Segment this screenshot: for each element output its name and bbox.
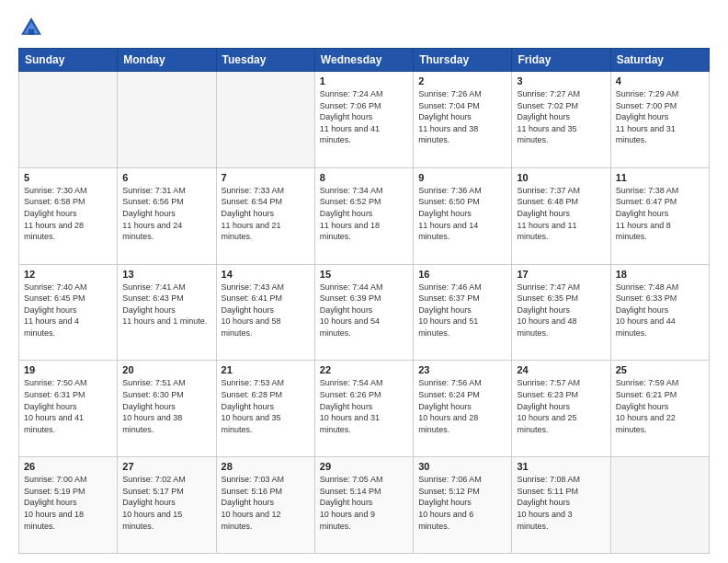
day-number: 11 (616, 172, 704, 183)
day-number: 8 (320, 172, 408, 183)
day-info: Sunrise: 7:26 AMSunset: 7:04 PMDaylight … (418, 88, 506, 146)
calendar-cell: 28Sunrise: 7:03 AMSunset: 5:16 PMDayligh… (216, 457, 314, 554)
day-info: Sunrise: 7:46 AMSunset: 6:37 PMDaylight … (418, 282, 506, 339)
calendar-week-4: 26Sunrise: 7:00 AMSunset: 5:19 PMDayligh… (19, 457, 710, 554)
day-info: Sunrise: 7:44 AMSunset: 6:39 PMDaylight … (320, 282, 408, 339)
day-number: 20 (122, 364, 210, 375)
calendar-cell: 29Sunrise: 7:05 AMSunset: 5:14 PMDayligh… (314, 457, 413, 554)
calendar-cell: 10Sunrise: 7:37 AMSunset: 6:48 PMDayligh… (512, 167, 610, 264)
svg-rect-2 (28, 29, 34, 35)
calendar-cell: 30Sunrise: 7:06 AMSunset: 5:12 PMDayligh… (414, 457, 512, 554)
header (18, 15, 710, 40)
day-info: Sunrise: 7:27 AMSunset: 7:02 PMDaylight … (517, 88, 605, 146)
day-info: Sunrise: 7:03 AMSunset: 5:16 PMDaylight … (222, 474, 310, 532)
day-number: 28 (222, 461, 310, 472)
day-info: Sunrise: 7:06 AMSunset: 5:12 PMDaylight … (418, 474, 506, 532)
day-number: 27 (122, 461, 210, 472)
calendar-cell (19, 72, 118, 168)
calendar-cell: 20Sunrise: 7:51 AMSunset: 6:30 PMDayligh… (118, 361, 216, 457)
calendar-cell: 17Sunrise: 7:47 AMSunset: 6:35 PMDayligh… (512, 264, 610, 361)
calendar-cell: 27Sunrise: 7:02 AMSunset: 5:17 PMDayligh… (118, 457, 216, 554)
day-number: 4 (616, 75, 704, 86)
calendar-cell: 1Sunrise: 7:24 AMSunset: 7:06 PMDaylight… (314, 72, 413, 168)
day-number: 18 (616, 269, 704, 280)
weekday-header-monday: Monday (118, 49, 216, 72)
day-info: Sunrise: 7:34 AMSunset: 6:52 PMDaylight … (320, 185, 408, 243)
day-info: Sunrise: 7:31 AMSunset: 6:56 PMDaylight … (122, 185, 210, 243)
calendar-cell: 22Sunrise: 7:54 AMSunset: 6:26 PMDayligh… (314, 361, 413, 457)
page: SundayMondayTuesdayWednesdayThursdayFrid… (0, 0, 728, 563)
day-info: Sunrise: 7:02 AMSunset: 5:17 PMDaylight … (122, 474, 210, 532)
day-number: 22 (320, 364, 408, 375)
day-number: 7 (222, 172, 310, 183)
day-number: 2 (418, 75, 506, 86)
day-info: Sunrise: 7:43 AMSunset: 6:41 PMDaylight … (222, 282, 310, 339)
day-info: Sunrise: 7:29 AMSunset: 7:00 PMDaylight … (616, 88, 704, 146)
day-number: 26 (24, 461, 112, 472)
day-info: Sunrise: 7:48 AMSunset: 6:33 PMDaylight … (616, 282, 704, 339)
day-info: Sunrise: 7:51 AMSunset: 6:30 PMDaylight … (122, 377, 210, 435)
day-number: 13 (122, 269, 210, 280)
calendar-cell (610, 457, 709, 554)
day-info: Sunrise: 7:54 AMSunset: 6:26 PMDaylight … (320, 377, 408, 435)
calendar-week-0: 1Sunrise: 7:24 AMSunset: 7:06 PMDaylight… (19, 72, 710, 168)
weekday-header-sunday: Sunday (19, 49, 118, 72)
calendar-cell: 26Sunrise: 7:00 AMSunset: 5:19 PMDayligh… (19, 457, 118, 554)
calendar-cell: 23Sunrise: 7:56 AMSunset: 6:24 PMDayligh… (414, 361, 512, 457)
calendar-cell: 15Sunrise: 7:44 AMSunset: 6:39 PMDayligh… (314, 264, 413, 361)
day-info: Sunrise: 7:41 AMSunset: 6:43 PMDaylight … (122, 282, 210, 327)
calendar-cell: 25Sunrise: 7:59 AMSunset: 6:21 PMDayligh… (610, 361, 709, 457)
day-info: Sunrise: 7:36 AMSunset: 6:50 PMDaylight … (418, 185, 506, 243)
weekday-header-wednesday: Wednesday (314, 49, 413, 72)
day-number: 12 (24, 269, 112, 280)
day-number: 3 (517, 75, 605, 86)
day-number: 16 (418, 269, 506, 280)
day-number: 9 (418, 172, 506, 183)
day-number: 15 (320, 269, 408, 280)
weekday-header-row: SundayMondayTuesdayWednesdayThursdayFrid… (19, 49, 710, 72)
calendar-cell: 14Sunrise: 7:43 AMSunset: 6:41 PMDayligh… (216, 264, 314, 361)
day-number: 30 (418, 461, 506, 472)
weekday-header-friday: Friday (512, 49, 610, 72)
calendar-cell: 4Sunrise: 7:29 AMSunset: 7:00 PMDaylight… (610, 72, 709, 168)
day-info: Sunrise: 7:53 AMSunset: 6:28 PMDaylight … (222, 377, 310, 435)
day-number: 19 (24, 364, 112, 375)
calendar-cell: 12Sunrise: 7:40 AMSunset: 6:45 PMDayligh… (19, 264, 118, 361)
calendar-cell: 3Sunrise: 7:27 AMSunset: 7:02 PMDaylight… (512, 72, 610, 168)
calendar-week-2: 12Sunrise: 7:40 AMSunset: 6:45 PMDayligh… (19, 264, 710, 361)
calendar-cell: 16Sunrise: 7:46 AMSunset: 6:37 PMDayligh… (414, 264, 512, 361)
calendar-cell: 19Sunrise: 7:50 AMSunset: 6:31 PMDayligh… (19, 361, 118, 457)
day-info: Sunrise: 7:50 AMSunset: 6:31 PMDaylight … (24, 377, 112, 435)
day-info: Sunrise: 7:56 AMSunset: 6:24 PMDaylight … (418, 377, 506, 435)
day-info: Sunrise: 7:05 AMSunset: 5:14 PMDaylight … (320, 474, 408, 532)
day-number: 14 (222, 269, 310, 280)
day-info: Sunrise: 7:24 AMSunset: 7:06 PMDaylight … (320, 88, 408, 146)
day-number: 5 (24, 172, 112, 183)
day-number: 25 (616, 364, 704, 375)
day-info: Sunrise: 7:47 AMSunset: 6:35 PMDaylight … (517, 282, 605, 339)
calendar-week-1: 5Sunrise: 7:30 AMSunset: 6:58 PMDaylight… (19, 167, 710, 264)
calendar-cell: 8Sunrise: 7:34 AMSunset: 6:52 PMDaylight… (314, 167, 413, 264)
day-info: Sunrise: 7:57 AMSunset: 6:23 PMDaylight … (517, 377, 605, 435)
calendar-table: SundayMondayTuesdayWednesdayThursdayFrid… (18, 48, 710, 554)
day-info: Sunrise: 7:38 AMSunset: 6:47 PMDaylight … (616, 185, 704, 243)
day-number: 21 (222, 364, 310, 375)
day-number: 6 (122, 172, 210, 183)
day-number: 10 (517, 172, 605, 183)
day-info: Sunrise: 7:59 AMSunset: 6:21 PMDaylight … (616, 377, 704, 435)
day-number: 29 (320, 461, 408, 472)
calendar-cell: 21Sunrise: 7:53 AMSunset: 6:28 PMDayligh… (216, 361, 314, 457)
day-number: 23 (418, 364, 506, 375)
day-info: Sunrise: 7:37 AMSunset: 6:48 PMDaylight … (517, 185, 605, 243)
calendar-cell: 18Sunrise: 7:48 AMSunset: 6:33 PMDayligh… (610, 264, 709, 361)
calendar-cell: 7Sunrise: 7:33 AMSunset: 6:54 PMDaylight… (216, 167, 314, 264)
calendar-cell (118, 72, 216, 168)
calendar-week-3: 19Sunrise: 7:50 AMSunset: 6:31 PMDayligh… (19, 361, 710, 457)
day-number: 1 (320, 75, 408, 86)
day-number: 31 (517, 461, 605, 472)
calendar-cell: 9Sunrise: 7:36 AMSunset: 6:50 PMDaylight… (414, 167, 512, 264)
calendar-cell: 13Sunrise: 7:41 AMSunset: 6:43 PMDayligh… (118, 264, 216, 361)
calendar-cell: 6Sunrise: 7:31 AMSunset: 6:56 PMDaylight… (118, 167, 216, 264)
calendar-cell (216, 72, 314, 168)
day-info: Sunrise: 7:00 AMSunset: 5:19 PMDaylight … (24, 474, 112, 532)
